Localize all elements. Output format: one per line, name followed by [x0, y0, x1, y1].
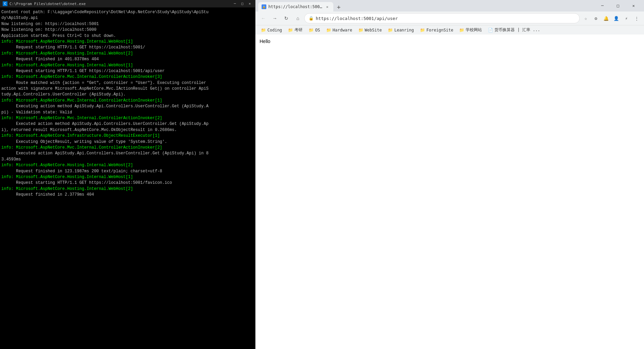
terminal-line: Request starting HTTP/1.1 GET https://lo…	[1, 45, 254, 50]
terminal-line: info: Microsoft.AspNetCore.Mvc.Internal.…	[1, 74, 254, 80]
bookmark-item[interactable]: 📁Leanring	[385, 27, 417, 33]
terminal-line: info: Microsoft.AspNetCore.Hosting.Inter…	[1, 51, 254, 57]
bookmarks-bar: 📁Coding📁考研📁OS📁Hardware📁WebSite📁Leanring📁…	[256, 25, 644, 35]
bookmark-item[interactable]: 📁Hardware	[324, 27, 355, 33]
bookmark-label: 考研	[294, 27, 303, 33]
cmd-icon: C	[3, 1, 7, 6]
terminal-line: info: Microsoft.AspNetCore.Infrastructur…	[1, 133, 254, 139]
terminal-title-left: C C:\Program Files\dotnet\dotnet.exe	[3, 1, 86, 6]
nav-refresh-button[interactable]: ↻	[281, 13, 291, 23]
browser-tab-active[interactable]: 🔒 https://localhost:5001/api/use ✕	[258, 2, 333, 12]
bookmark-item[interactable]: 📁学校网站	[457, 26, 485, 34]
nav-home-button[interactable]: ⌂	[293, 13, 303, 23]
tab-favicon-icon: 🔒	[262, 4, 266, 9]
bookmark-item[interactable]: 📁Coding	[258, 27, 285, 33]
terminal-line: Request finished in 123.1987ms 200 text/…	[1, 169, 254, 174]
terminal-line: Request finished in 2.3779ms 404	[1, 192, 254, 198]
terminal-line: Content root path: F:\Laggage\CodeReposi…	[1, 9, 254, 21]
terminal-close-button[interactable]: ✕	[247, 2, 252, 6]
address-bar[interactable]: 🔒 https://localhost:5001/api/user	[304, 13, 580, 23]
bookmark-label: Coding	[267, 28, 282, 32]
address-text: https://localhost:5001/api/user	[316, 16, 575, 21]
browser-menu-button[interactable]: ⋮	[632, 14, 641, 23]
bookmark-folder-icon: 📁	[388, 28, 393, 32]
tab-row-wrapper: 🔒 https://localhost:5001/api/use ✕ + ─ □…	[256, 0, 644, 12]
nav-ext1-button[interactable]: ⚙	[591, 14, 601, 23]
bookmark-label: 学校网站	[466, 27, 482, 33]
bookmark-folder-icon: 📁	[326, 28, 331, 32]
nav-right-icons: ☆ ⚙ 🔔 👤 ⚡ ⋮	[581, 14, 641, 23]
bookmark-folder-icon: 📁	[309, 28, 314, 32]
tab-close-button[interactable]: ✕	[325, 4, 330, 9]
bookmark-item[interactable]: 📁WebSite	[356, 27, 385, 33]
new-tab-button[interactable]: +	[334, 2, 343, 12]
bookmark-folder-icon: 📁	[459, 28, 464, 32]
terminal-line: Request finished in 401.8378ms 404	[1, 57, 254, 62]
terminal-line: Now listening on: https://localhost:5001	[1, 21, 254, 27]
terminal-minimize-button[interactable]: ─	[232, 2, 238, 6]
terminal-line: Executing ObjectResult, writing value of…	[1, 139, 254, 145]
browser-window-controls: ─ □ ✕	[595, 0, 641, 12]
bookmark-star-button[interactable]: ☆	[581, 14, 591, 23]
terminal-panel: C C:\Program Files\dotnet\dotnet.exe ─ □…	[0, 0, 256, 349]
bookmark-label: OS	[315, 28, 320, 32]
nav-ext3-button[interactable]: 👤	[612, 14, 621, 23]
terminal-line: Executing action method ApiStudy.Api.Con…	[1, 104, 254, 115]
tab-bar: 🔒 https://localhost:5001/api/use ✕ + ─ □…	[256, 0, 644, 12]
browser-close-button[interactable]: ✕	[626, 0, 641, 12]
terminal-title: C:\Program Files\dotnet\dotnet.exe	[9, 2, 86, 6]
terminal-content: Content root path: F:\Laggage\CodeReposi…	[0, 7, 255, 349]
lock-icon: 🔒	[309, 16, 314, 21]
browser-minimize-button[interactable]: ─	[595, 0, 610, 12]
terminal-line: info: Microsoft.AspNetCore.Hosting.Inter…	[1, 186, 254, 192]
terminal-line: Executed action ApiStudy.Api.Controllers…	[1, 151, 254, 162]
terminal-line: info: Microsoft.AspNetCore.Hosting.Inter…	[1, 39, 254, 45]
page-content-text: Hello	[260, 39, 270, 44]
bookmark-folder-icon: 📁	[420, 28, 425, 32]
nav-forward-button[interactable]: →	[270, 13, 280, 23]
browser-maximize-button[interactable]: □	[610, 0, 626, 12]
bookmark-label: 货币换算器 | 汇率 ...	[494, 27, 540, 33]
terminal-restore-button[interactable]: □	[240, 2, 245, 6]
bookmark-folder-icon: 📁	[358, 28, 363, 32]
terminal-line: Route matched with {action = "Get", cont…	[1, 80, 254, 98]
terminal-line: info: Microsoft.AspNetCore.Hosting.Inter…	[1, 63, 254, 68]
bookmark-folder-icon: 📄	[488, 28, 493, 32]
terminal-line: info: Microsoft.AspNetCore.Hosting.Inter…	[1, 162, 254, 168]
terminal-line: Now listening on: http://localhost:5000	[1, 27, 254, 33]
browser-content: Hello	[256, 35, 644, 349]
nav-ext4-button[interactable]: ⚡	[622, 14, 631, 23]
bookmark-folder-icon: 📁	[288, 28, 293, 32]
terminal-controls: ─ □ ✕	[232, 2, 252, 6]
browser-panel: 🔒 https://localhost:5001/api/use ✕ + ─ □…	[256, 0, 644, 349]
tab-label: https://localhost:5001/api/use	[268, 4, 323, 9]
nav-ext2-button[interactable]: 🔔	[601, 14, 611, 23]
terminal-titlebar: C C:\Program Files\dotnet\dotnet.exe ─ □…	[0, 0, 255, 7]
nav-back-button[interactable]: ←	[258, 13, 268, 23]
terminal-line: info: Microsoft.AspNetCore.Mvc.Internal.…	[1, 98, 254, 104]
terminal-line: info: Microsoft.AspNetCore.Mvc.Internal.…	[1, 145, 254, 151]
terminal-line: Application started. Press Ctrl+C to shu…	[1, 33, 254, 39]
bookmark-label: Leanring	[394, 28, 414, 32]
bookmark-item[interactable]: 📁考研	[285, 26, 305, 34]
bookmark-item[interactable]: 📄货币换算器 | 汇率 ...	[485, 26, 543, 34]
bookmark-item[interactable]: 📁OS	[306, 27, 323, 33]
terminal-line: Request starting HTTP/1.1 GET https://lo…	[1, 180, 254, 186]
nav-bar: ← → ↻ ⌂ 🔒 https://localhost:5001/api/use…	[256, 12, 644, 25]
terminal-line: info: Microsoft.AspNetCore.Mvc.Internal.…	[1, 115, 254, 121]
bookmark-label: ForeignSite	[426, 28, 453, 32]
bookmark-item[interactable]: 📁ForeignSite	[417, 27, 456, 33]
terminal-line: Executed action method ApiStudy.Api.Cont…	[1, 121, 254, 133]
terminal-line: info: Microsoft.AspNetCore.Hosting.Inter…	[1, 174, 254, 180]
bookmark-label: WebSite	[365, 28, 382, 32]
terminal-line: Request starting HTTP/1.1 GET https://lo…	[1, 68, 254, 74]
bookmark-folder-icon: 📁	[261, 28, 266, 32]
bookmark-label: Hardware	[333, 28, 352, 32]
browser-chrome: 🔒 https://localhost:5001/api/use ✕ + ─ □…	[256, 0, 644, 35]
